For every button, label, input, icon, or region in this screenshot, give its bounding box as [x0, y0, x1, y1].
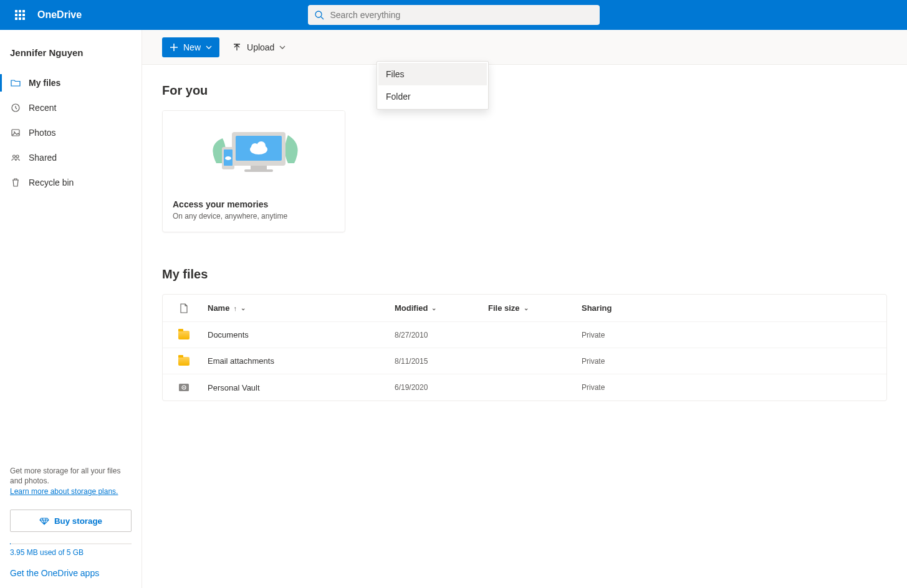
- svg-rect-10: [244, 169, 273, 172]
- sidebar-item-my-files[interactable]: My files: [0, 70, 142, 95]
- folder-icon: [178, 357, 190, 366]
- plus-icon: [170, 43, 178, 52]
- row-sharing: Private: [577, 331, 701, 339]
- document-icon: [180, 303, 188, 313]
- command-bar: New Upload: [142, 30, 907, 65]
- people-icon: [10, 152, 21, 163]
- row-name[interactable]: Personal Vault: [203, 383, 390, 392]
- upload-menu-folder[interactable]: Folder: [378, 85, 487, 108]
- new-button[interactable]: New: [162, 37, 219, 57]
- main-content: New Upload Files Folder: [142, 30, 907, 588]
- table-row[interactable]: Documents 8/27/2010 Private: [163, 322, 886, 348]
- upload-menu: Files Folder: [377, 61, 489, 110]
- buy-storage-label: Buy storage: [54, 516, 102, 526]
- folder-icon: [10, 77, 21, 88]
- search-container: [308, 5, 600, 25]
- storage-plans-link[interactable]: Learn more about storage plans.: [10, 487, 118, 496]
- column-header-modified[interactable]: Modified ⌄: [390, 303, 483, 313]
- new-button-label: New: [183, 42, 201, 52]
- chevron-down-icon: [279, 44, 286, 50]
- sidebar-item-label: My files: [29, 78, 60, 88]
- row-sharing: Private: [577, 383, 701, 392]
- sort-ascending-icon: ↑: [233, 305, 237, 312]
- my-files-heading: My files: [162, 267, 887, 282]
- buy-storage-button[interactable]: Buy storage: [10, 510, 132, 532]
- svg-point-16: [225, 156, 231, 160]
- svg-point-5: [13, 155, 16, 158]
- upload-button-label: Upload: [247, 42, 274, 52]
- app-header: OneDrive: [0, 0, 907, 30]
- user-name: Jennifer Nguyen: [0, 40, 142, 70]
- svg-point-6: [16, 155, 19, 158]
- sidebar-item-shared[interactable]: Shared: [0, 145, 142, 170]
- column-label: Sharing: [582, 303, 612, 313]
- chevron-down-icon: ⌄: [241, 305, 246, 311]
- storage-promo: Get more storage for all your files and …: [0, 460, 142, 503]
- vault-icon: [178, 382, 190, 392]
- sidebar-item-label: Recycle bin: [29, 178, 74, 187]
- memories-card-subtitle: On any device, anywhere, anytime: [173, 212, 335, 220]
- app-launcher-button[interactable]: [5, 0, 35, 30]
- svg-point-13: [257, 141, 266, 150]
- column-label: Name: [208, 303, 229, 313]
- quota-bar: [10, 543, 132, 544]
- memories-card[interactable]: Access your memories On any device, anyw…: [162, 110, 345, 232]
- table-row[interactable]: Personal Vault 6/19/2020 Private: [163, 374, 886, 401]
- column-label: File size: [488, 303, 520, 313]
- table-header-row: Name ↑ ⌄ Modified ⌄ File size ⌄: [163, 295, 886, 322]
- chevron-down-icon: ⌄: [431, 305, 436, 311]
- upload-menu-files[interactable]: Files: [378, 63, 487, 85]
- memories-illustration: [163, 111, 345, 191]
- row-name[interactable]: Documents: [203, 330, 390, 339]
- diamond-icon: [39, 516, 49, 526]
- upload-button[interactable]: Upload: [228, 37, 289, 57]
- quota-text: 3.95 MB used of 5 GB: [0, 548, 142, 563]
- row-icon-cell: [165, 382, 203, 392]
- sidebar-item-label: Photos: [29, 128, 56, 138]
- row-modified: 6/19/2020: [390, 383, 483, 392]
- brand-title[interactable]: OneDrive: [37, 9, 82, 21]
- column-header-sharing[interactable]: Sharing: [577, 303, 701, 313]
- get-apps-link[interactable]: Get the OneDrive apps: [0, 563, 142, 588]
- search-input[interactable]: [308, 5, 600, 25]
- upload-icon: [232, 42, 242, 52]
- sidebar-item-photos[interactable]: Photos: [0, 120, 142, 145]
- sidebar-item-label: Shared: [29, 153, 57, 163]
- files-table: Name ↑ ⌄ Modified ⌄ File size ⌄: [162, 294, 887, 401]
- svg-rect-9: [251, 166, 267, 169]
- column-header-filesize[interactable]: File size ⌄: [483, 303, 577, 313]
- column-header-type[interactable]: [165, 303, 203, 313]
- memories-card-title: Access your memories: [173, 199, 335, 209]
- clock-icon: [10, 102, 21, 113]
- row-sharing: Private: [577, 357, 701, 366]
- row-icon-cell: [165, 331, 203, 339]
- folder-icon: [178, 331, 190, 339]
- for-you-heading: For you: [162, 83, 887, 98]
- column-header-name[interactable]: Name ↑ ⌄: [203, 303, 390, 313]
- menu-item-label: Files: [386, 69, 405, 79]
- sidebar: Jennifer Nguyen My files Recent Photos: [0, 30, 142, 588]
- waffle-icon: [15, 10, 25, 20]
- trash-icon: [10, 177, 21, 188]
- column-label: Modified: [395, 303, 428, 313]
- chevron-down-icon: [206, 44, 212, 50]
- menu-item-label: Folder: [386, 92, 411, 102]
- storage-promo-text: Get more storage for all your files and …: [10, 466, 132, 487]
- table-row[interactable]: Email attachments 8/11/2015 Private: [163, 348, 886, 374]
- sidebar-item-recent[interactable]: Recent: [0, 95, 142, 120]
- row-modified: 8/11/2015: [390, 357, 483, 366]
- svg-point-19: [183, 387, 185, 388]
- row-icon-cell: [165, 357, 203, 366]
- row-name[interactable]: Email attachments: [203, 356, 390, 366]
- row-modified: 8/27/2010: [390, 331, 483, 339]
- photo-icon: [10, 127, 21, 138]
- sidebar-nav: My files Recent Photos Shared: [0, 70, 142, 195]
- sidebar-item-label: Recent: [29, 103, 56, 113]
- chevron-down-icon: ⌄: [524, 305, 529, 311]
- sidebar-item-recycle-bin[interactable]: Recycle bin: [0, 170, 142, 195]
